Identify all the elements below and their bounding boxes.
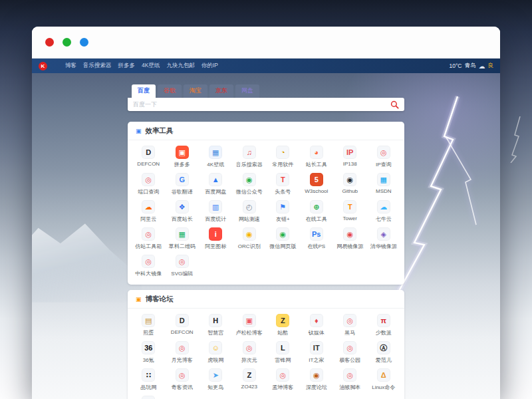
site-link[interactable]: Z ZO423 (233, 368, 267, 391)
site-link[interactable]: ◔ 常用软件 (266, 146, 300, 168)
site-link[interactable]: ◎ 端口查询 (132, 173, 166, 196)
site-icon: 5 (310, 173, 323, 186)
site-link[interactable]: ◎ 奇客资讯 (166, 368, 200, 391)
site-label: 百度网盘 (205, 188, 226, 196)
search-engine-tab[interactable]: 网盘 (235, 84, 259, 98)
site-link[interactable]: 5 W3school (300, 173, 334, 196)
site-icon: ◉ (243, 173, 256, 186)
site-label: 网站测速 (239, 215, 260, 223)
search-engine-tab[interactable]: 百度 (132, 84, 156, 98)
site-label: W3school (305, 188, 328, 194)
site-link[interactable]: ♫ 音乐搜索器 (233, 146, 267, 168)
nav-link[interactable]: 九块九包邮 (166, 62, 195, 70)
site-link[interactable]: ◉ 微信公众号 (233, 173, 267, 196)
site-icon: ▥ (209, 200, 222, 213)
search-engine-tab[interactable]: 淘宝 (184, 84, 207, 98)
site-link[interactable]: ◕ 站长工具 (300, 146, 334, 168)
site-link[interactable]: ◉ ORC识别 (233, 227, 267, 250)
site-link[interactable]: ◎ 仿站工具箱 (132, 227, 166, 250)
site-link[interactable]: ◉ 深度论坛 (300, 368, 334, 391)
search-input[interactable] (133, 101, 390, 108)
search-button[interactable] (390, 100, 399, 109)
site-link[interactable]: ◴ 网站测速 (233, 200, 267, 223)
nav-link[interactable]: 音乐搜索器 (83, 62, 112, 70)
site-link[interactable]: T Tower (333, 200, 367, 223)
site-link[interactable]: i 阿里图标 (199, 227, 233, 250)
site-link[interactable]: ▤ 煎蛋 (132, 314, 166, 336)
search-engine-tab[interactable]: 京东 (209, 84, 233, 98)
site-link[interactable]: π 少数派 (367, 314, 401, 336)
site-link[interactable]: ◎ 孟坤博客 (266, 368, 300, 391)
site-link[interactable]: ◉ 微信网页版 (266, 227, 300, 250)
site-link[interactable]: ◎ 极客公园 (333, 341, 367, 364)
site-link[interactable]: Ps 在线PS (300, 227, 334, 250)
site-link[interactable]: ▦ MSDN (367, 173, 401, 196)
site-link[interactable]: IT IT之家 (300, 341, 334, 364)
site-label: 七牛云 (376, 215, 392, 223)
site-link[interactable]: ◉ 网易镜像源 (333, 227, 367, 250)
window-minimize-button[interactable] (63, 38, 71, 47)
site-link[interactable]: ☁ 阿里云 (132, 200, 166, 223)
site-label: 雷锋网 (275, 356, 291, 364)
site-link[interactable]: ◎ 月光博客 (166, 341, 200, 364)
site-icon: Z (243, 368, 256, 382)
site-label: 少数派 (376, 329, 392, 336)
window-maximize-button[interactable] (80, 38, 88, 47)
nav-link[interactable]: 拼多多 (118, 62, 136, 70)
site-link[interactable]: T 头条号 (266, 173, 300, 196)
nav-link[interactable]: 博客 (65, 62, 76, 70)
site-label: IP查询 (376, 161, 392, 168)
site-icon: ♫ (243, 146, 256, 159)
site-link[interactable]: 36 36氪 (132, 341, 166, 364)
site-link[interactable]: L 雷锋网 (266, 341, 300, 364)
nav-link[interactable]: 你的IP (201, 62, 218, 70)
site-link[interactable]: ▥ 百度统计 (199, 200, 233, 223)
site-link[interactable]: ◎ SVG编辑 (166, 255, 200, 277)
search-icon (390, 100, 399, 109)
site-icon: ◕ (310, 146, 323, 159)
site-link[interactable]: ♦ 钛媒体 (300, 314, 334, 336)
site-link[interactable]: ◎ 黑马 (333, 314, 367, 336)
site-icon: i (209, 227, 222, 241)
site-logo[interactable]: K (39, 62, 47, 70)
site-icon: ◉ (243, 227, 256, 241)
site-link[interactable]: G 谷歌翻译 (166, 173, 200, 196)
site-link[interactable]: ◈ 清华镜像源 (367, 227, 401, 250)
site-link[interactable]: D DEFCON (132, 146, 166, 168)
site-link[interactable]: ⊕ 在线工具 (300, 200, 334, 223)
site-link[interactable]: ◎ 油猴脚本 (333, 368, 367, 391)
site-link[interactable]: ❖ 百度站长 (166, 200, 200, 223)
site-label: 阿里云 (140, 215, 156, 223)
site-link[interactable]: Z 站酷 (266, 314, 300, 336)
search-engine-tab[interactable]: 谷歌 (158, 84, 182, 98)
site-label: 友链+ (276, 215, 290, 223)
site-icon: ◎ (377, 146, 390, 159)
site-link[interactable]: ▦ 草料二维码 (166, 227, 200, 250)
aqi-badge: 良 (488, 62, 494, 70)
nav-link[interactable]: 4K壁纸 (142, 62, 160, 70)
site-link[interactable]: ▣ 卢松松博客 (233, 314, 267, 336)
site-link[interactable]: ◎ IP查询 (367, 146, 401, 168)
site-link[interactable]: Ⓐ 爱范儿 (367, 341, 401, 364)
site-link[interactable]: H 智慧宫 (199, 314, 233, 336)
site-link[interactable]: ▣ 拼多多 (166, 146, 200, 168)
site-link[interactable]: ◎ 异次元 (233, 341, 267, 364)
site-link[interactable]: ☁ 七牛云 (367, 200, 401, 223)
site-link[interactable]: ➤ 知更鸟 (199, 368, 233, 391)
weather-widget: 10°C 青岛 ☁ 良 (450, 62, 494, 70)
site-link[interactable]: ∷ 品玩网 (132, 368, 166, 391)
site-link[interactable]: Δ Linux命令 (367, 368, 401, 391)
site-link[interactable]: ⚑ 友链+ (266, 200, 300, 223)
site-link[interactable]: ◎ 小众软件 (132, 396, 166, 399)
site-link[interactable]: D DEFCON (166, 314, 200, 336)
site-link[interactable]: IP IP138 (333, 146, 367, 168)
window-close-button[interactable] (45, 38, 54, 47)
site-link[interactable]: ☺ 虎嗅网 (199, 341, 233, 364)
site-link[interactable]: ◉ Github (333, 173, 367, 196)
site-link[interactable]: ▦ 4K壁纸 (199, 146, 233, 168)
nav-links: 博客音乐搜索器拼多多4K壁纸九块九包邮你的IP (65, 62, 218, 70)
site-link[interactable]: ◎ 中科大镜像 (132, 255, 166, 277)
site-label: 百度统计 (205, 215, 226, 223)
page-body: 百度谷歌淘宝京东网盘 ▣ 效率工具 D (32, 73, 500, 399)
site-link[interactable]: ▲ 百度网盘 (199, 173, 233, 196)
